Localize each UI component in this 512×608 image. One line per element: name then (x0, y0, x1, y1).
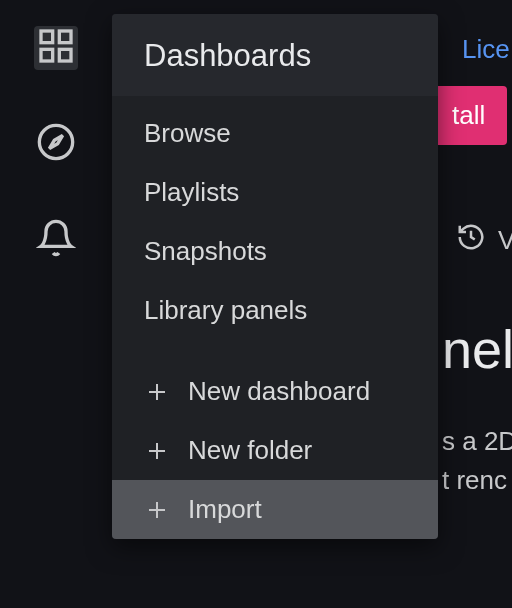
action-label: New dashboard (188, 376, 370, 407)
svg-point-4 (39, 125, 72, 158)
page-description-fragment: s a 2D t renc (442, 422, 512, 500)
flyout-action-import[interactable]: Import (112, 480, 438, 539)
nav-explore[interactable] (34, 122, 78, 166)
flyout-link-library-panels[interactable]: Library panels (112, 281, 438, 340)
action-label: Import (188, 494, 262, 525)
flyout-separator (112, 344, 438, 362)
nav-alerting[interactable] (34, 218, 78, 262)
svg-rect-0 (41, 31, 53, 43)
plus-icon (144, 497, 170, 523)
dashboards-icon (36, 26, 76, 70)
action-label: New folder (188, 435, 312, 466)
flyout-link-snapshots[interactable]: Snapshots (112, 222, 438, 281)
flyout-link-playlists[interactable]: Playlists (112, 163, 438, 222)
flyout-title[interactable]: Dashboards (112, 14, 438, 96)
svg-marker-5 (49, 135, 62, 148)
dashboards-flyout: Dashboards Browse Playlists Snapshots Li… (112, 14, 438, 539)
licenses-link[interactable]: Lice (462, 34, 510, 65)
version-history-text: V (498, 225, 512, 256)
compass-icon (36, 122, 76, 166)
nav-sidebar (0, 0, 112, 608)
svg-rect-1 (59, 31, 71, 43)
flyout-action-new-folder[interactable]: New folder (112, 421, 438, 480)
bell-icon (36, 218, 76, 262)
history-icon (456, 222, 486, 259)
svg-rect-3 (59, 49, 71, 61)
install-button[interactable]: tall (430, 86, 507, 145)
flyout-link-browse[interactable]: Browse (112, 104, 438, 163)
nav-dashboards[interactable] (34, 26, 78, 70)
flyout-action-new-dashboard[interactable]: New dashboard (112, 362, 438, 421)
version-history[interactable]: V (456, 222, 512, 259)
page-heading-fragment: nel (442, 318, 512, 380)
svg-rect-2 (41, 49, 53, 61)
plus-icon (144, 438, 170, 464)
plus-icon (144, 379, 170, 405)
